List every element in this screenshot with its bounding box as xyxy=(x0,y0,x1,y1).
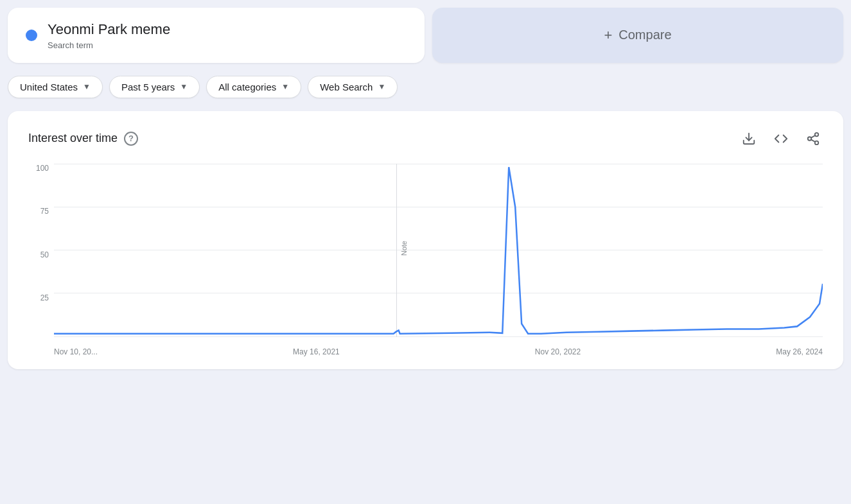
search-term-subtitle: Search term xyxy=(48,40,170,50)
filter-location-arrow: ▼ xyxy=(83,82,91,91)
share-icon xyxy=(806,132,820,146)
download-icon xyxy=(742,132,756,146)
filters-row: United States ▼ Past 5 years ▼ All categ… xyxy=(8,72,843,102)
embed-icon xyxy=(774,132,788,146)
svg-line-4 xyxy=(811,139,815,142)
chart-header: Interest over time ? xyxy=(28,129,823,148)
compare-label: Compare xyxy=(619,28,671,42)
compare-plus: + xyxy=(604,27,612,44)
filter-time[interactable]: Past 5 years ▼ xyxy=(109,76,200,98)
filter-category-arrow: ▼ xyxy=(281,82,289,91)
search-term-card: Yeonmi Park meme Search term xyxy=(8,8,425,63)
x-axis: Nov 10, 20... May 16, 2021 Nov 20, 2022 … xyxy=(54,337,823,356)
filter-category[interactable]: All categories ▼ xyxy=(206,76,301,98)
chart-title: Interest over time xyxy=(28,132,118,145)
x-label-nov2019: Nov 10, 20... xyxy=(54,347,98,356)
filter-location-label: United States xyxy=(20,82,78,92)
search-term-title: Yeonmi Park meme xyxy=(48,21,170,39)
x-label-may2021: May 16, 2021 xyxy=(293,347,340,356)
y-label-50: 50 xyxy=(28,250,49,259)
share-button[interactable] xyxy=(803,129,823,148)
x-label-nov2022: Nov 20, 2022 xyxy=(535,347,581,356)
y-label-100: 100 xyxy=(28,164,49,173)
chart-svg xyxy=(54,164,823,337)
filter-time-arrow: ▼ xyxy=(180,82,188,91)
help-icon[interactable]: ? xyxy=(124,132,138,146)
filter-location[interactable]: United States ▼ xyxy=(8,76,103,98)
search-term-dot xyxy=(26,30,37,41)
x-label-may2024: May 26, 2024 xyxy=(776,347,823,356)
download-button[interactable] xyxy=(739,129,759,148)
filter-search-type-label: Web Search xyxy=(320,82,373,92)
chart-title-group: Interest over time ? xyxy=(28,132,138,146)
compare-card[interactable]: + Compare xyxy=(432,8,843,63)
filter-search-type[interactable]: Web Search ▼ xyxy=(308,76,398,98)
svg-line-5 xyxy=(811,135,815,138)
y-axis: 100 75 50 25 xyxy=(28,164,49,337)
y-label-75: 75 xyxy=(28,207,49,216)
chart-actions xyxy=(739,129,823,148)
chart-area: 100 75 50 25 Note xyxy=(54,164,823,356)
filter-category-label: All categories xyxy=(218,82,276,92)
interest-over-time-card: Interest over time ? xyxy=(8,111,843,369)
y-label-25: 25 xyxy=(28,293,49,302)
embed-button[interactable] xyxy=(771,129,791,148)
filter-search-type-arrow: ▼ xyxy=(378,82,385,91)
filter-time-label: Past 5 years xyxy=(121,82,175,92)
